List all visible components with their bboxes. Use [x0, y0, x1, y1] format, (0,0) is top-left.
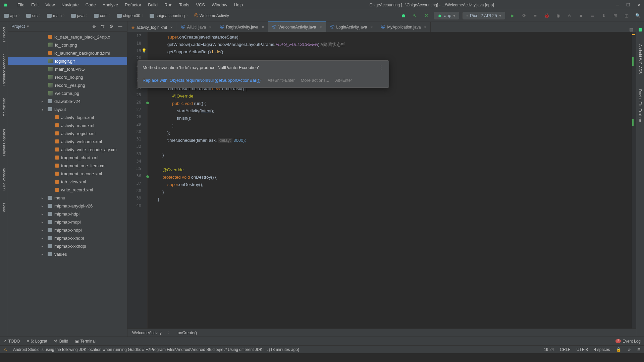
- menu-analyze[interactable]: Analyze: [100, 2, 121, 8]
- line-number[interactable]: 28: [127, 115, 147, 122]
- run-config-dropdown[interactable]: app ▾: [434, 12, 460, 19]
- line-number[interactable]: 39: [127, 196, 147, 203]
- line-number[interactable]: 25: [127, 93, 147, 100]
- line-number[interactable]: 37: [127, 181, 147, 188]
- status-inspector-icon[interactable]: ☺: [627, 347, 631, 352]
- tree-file-logingif.gif[interactable]: logingif.gif: [8, 57, 127, 65]
- profiler-icon[interactable]: ◉: [554, 12, 562, 20]
- menu-window[interactable]: Window: [209, 2, 230, 8]
- more-actions-link[interactable]: More actions...: [301, 77, 329, 84]
- resource-manager-icon[interactable]: ◫: [623, 12, 631, 20]
- menu-tools[interactable]: Tools: [176, 2, 192, 8]
- quick-fix-link[interactable]: Replace with 'Objects.requireNonNull(get…: [143, 77, 262, 84]
- stop-icon[interactable]: ■: [577, 12, 585, 20]
- line-number[interactable]: 30: [127, 129, 147, 137]
- search-icon[interactable]: 🔍: [634, 12, 642, 20]
- menu-build[interactable]: Build: [145, 2, 160, 8]
- btab-logcat[interactable]: ≡ 6: Logcat: [26, 339, 47, 344]
- collapse-icon[interactable]: ⇆: [99, 23, 106, 30]
- menu-view[interactable]: View: [43, 2, 57, 8]
- layout-inspector-icon[interactable]: ⊞: [611, 12, 619, 20]
- tree-file-main_font.PNG[interactable]: main_font.PNG: [8, 65, 127, 73]
- breadcrumb-java[interactable]: java〉: [69, 13, 91, 19]
- menu-run[interactable]: Run: [162, 2, 175, 8]
- attach-debugger-icon[interactable]: ⎋: [566, 12, 574, 20]
- tab-close-icon[interactable]: ×: [370, 25, 373, 29]
- line-number[interactable]: 29: [127, 122, 147, 129]
- line-number[interactable]: 32: [127, 144, 147, 152]
- menu-help[interactable]: Help: [231, 2, 246, 8]
- tree-file-welcome.jpg[interactable]: welcome.jpg: [8, 89, 127, 97]
- menu-vcs[interactable]: VCS: [193, 2, 208, 8]
- popup-menu-icon[interactable]: ⋮: [378, 64, 384, 71]
- hammer-icon[interactable]: ⚒: [422, 12, 430, 20]
- status-encoding[interactable]: UTF-8: [577, 347, 588, 352]
- tree-file-ic_launcher_background.xml[interactable]: ic_launcher_background.xml: [8, 49, 127, 57]
- breadcrumb-app[interactable]: app〉: [2, 13, 23, 19]
- settings-icon[interactable]: ⚙: [108, 23, 115, 30]
- line-number[interactable]: 38: [127, 188, 147, 196]
- intention-bulb-icon[interactable]: 💡: [142, 48, 147, 53]
- rail-favorites[interactable]: orites: [1, 200, 7, 215]
- line-number[interactable]: 19💡: [127, 48, 147, 56]
- avd-manager-icon[interactable]: ▭: [588, 12, 596, 20]
- line-number[interactable]: 34: [127, 159, 147, 166]
- menu-file[interactable]: File: [15, 2, 27, 8]
- line-number[interactable]: 31: [127, 137, 147, 144]
- apply-code-icon[interactable]: ≡: [531, 12, 539, 20]
- tree-folder-layout[interactable]: ▾layout: [8, 105, 127, 113]
- code-editor[interactable]: super.onCreate(savedInstanceState); getW…: [148, 32, 631, 328]
- rail-project[interactable]: 1: Project: [1, 24, 7, 45]
- tree-file-write_record.xml[interactable]: write_record.xml: [8, 186, 127, 194]
- tab-LoginActivity.java[interactable]: ⒸLoginActivity.java×: [326, 22, 377, 32]
- tree-folder-mipmap-hdpi[interactable]: ▸mipmap-hdpi: [8, 210, 127, 218]
- debug-icon[interactable]: 🐞: [543, 12, 551, 20]
- rail-device-file-explorer[interactable]: Device File Explorer: [638, 86, 643, 125]
- locate-icon[interactable]: ⊕: [90, 23, 98, 30]
- editor-breadcrumb-class[interactable]: WelcomeActivity: [132, 330, 162, 335]
- rail-layout-captures[interactable]: Layout Captures: [1, 126, 7, 159]
- tab-activity_login.xml[interactable]: ◈activity_login.xml×: [127, 23, 177, 32]
- apply-changes-icon[interactable]: ⟳: [520, 12, 528, 20]
- btab-event-log[interactable]: 2 Event Log: [615, 339, 641, 344]
- menu-refactor[interactable]: Refactor: [122, 2, 144, 8]
- tree-folder-mipmap-xxxhdpi[interactable]: ▸mipmap-xxxhdpi: [8, 242, 127, 250]
- line-number[interactable]: 18: [127, 41, 147, 48]
- line-number[interactable]: 17: [127, 34, 147, 41]
- run-icon[interactable]: ▶: [508, 12, 517, 20]
- error-stripe[interactable]: [631, 32, 636, 328]
- tree-file-activity_login.xml[interactable]: activity_login.xml: [8, 113, 127, 121]
- status-indent[interactable]: 4 spaces: [594, 347, 610, 352]
- android-icon[interactable]: [399, 12, 408, 20]
- tree-folder-values[interactable]: ▸values: [8, 250, 127, 258]
- tree-folder-drawable-v24[interactable]: ▸drawable-v24: [8, 97, 127, 105]
- tab-AllUtil.java[interactable]: ⒸAllUtil.java×: [177, 22, 216, 32]
- tab-WelcomeActivity.java[interactable]: ⒸWelcomeActivity.java×: [268, 21, 326, 32]
- btab-terminal[interactable]: ▣ Terminal: [75, 339, 96, 344]
- sdk-manager-icon[interactable]: ⬇: [600, 12, 608, 20]
- btab-todo[interactable]: ✓ TODO: [3, 339, 20, 344]
- sync-gradle-icon[interactable]: ↖: [411, 12, 419, 20]
- tab-close-icon[interactable]: ×: [424, 25, 426, 29]
- tab-close-icon[interactable]: ×: [170, 25, 173, 30]
- rail-build-variants[interactable]: Build Variants: [1, 166, 7, 193]
- tab-close-icon[interactable]: ×: [209, 25, 212, 29]
- tree-folder-menu[interactable]: ▸menu: [8, 194, 127, 202]
- editor-breadcrumb-method[interactable]: onCreate(): [178, 330, 197, 335]
- line-number[interactable]: 33: [127, 152, 147, 159]
- tree-file-fragment_recode.xml[interactable]: fragment_recode.xml: [8, 170, 127, 178]
- close-icon[interactable]: ✕: [637, 3, 641, 7]
- btab-build[interactable]: ⚒ Build: [54, 339, 68, 344]
- tab-MyApplication.java[interactable]: ⒸMyApplication.java×: [377, 22, 431, 32]
- maximize-icon[interactable]: ☐: [626, 3, 631, 7]
- status-line-ending[interactable]: CRLF: [560, 347, 570, 352]
- breadcrumb-chigeai00[interactable]: chigeai00〉: [115, 13, 147, 19]
- rail-android-wifi-adb[interactable]: Android WiFi ADB: [638, 42, 643, 76]
- tree-file-record_no.png[interactable]: record_no.png: [8, 73, 127, 81]
- tree-file-fragment_chart.xml[interactable]: fragment_chart.xml: [8, 154, 127, 162]
- line-number[interactable]: 40: [127, 203, 147, 210]
- breadcrumb-WelcomeActivity[interactable]: ⒸWelcomeActivity: [192, 12, 231, 19]
- tree-file-activity_welcome.xml[interactable]: activity_welcome.xml: [8, 137, 127, 145]
- line-number[interactable]: 35: [127, 166, 147, 174]
- tree-folder-mipmap-anydpi-v26[interactable]: ▸mipmap-anydpi-v26: [8, 202, 127, 210]
